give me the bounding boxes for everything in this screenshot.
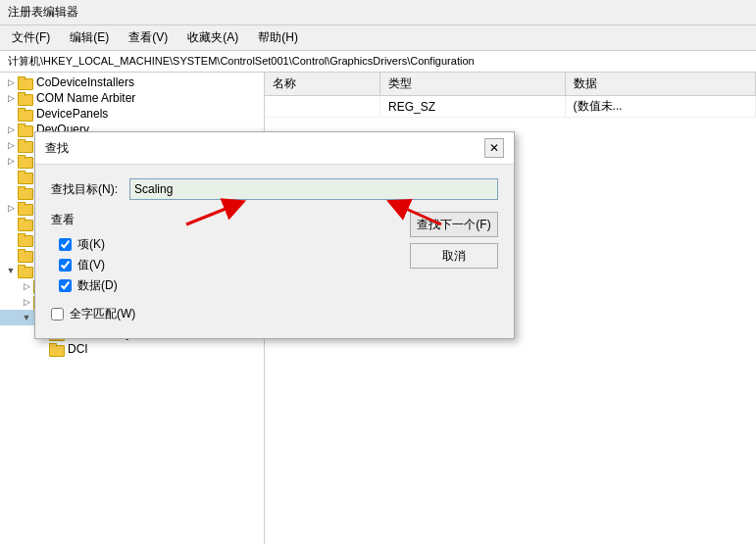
folder-icon: [18, 155, 33, 168]
tree-arrow-icon: ▼: [20, 313, 33, 322]
col-name: 名称: [265, 73, 379, 96]
tree-arrow-icon: ▷: [20, 281, 33, 291]
tree-arrow-icon: ▷: [4, 124, 18, 134]
folder-icon: [18, 186, 33, 199]
folder-icon: [18, 124, 33, 136]
find-next-button[interactable]: 查找下一个(F): [410, 212, 498, 237]
cell-type: REG_SZ: [379, 96, 565, 118]
tree-item-label: CoDeviceInstallers: [36, 75, 134, 89]
fullmatch-checkbox[interactable]: [51, 308, 64, 321]
folder-icon: [18, 108, 33, 121]
tree-arrow-icon: ▷: [4, 93, 18, 103]
find-dialog: 查找 ✕ 查找目标(N): 查看 项(K) 值(V): [34, 131, 515, 339]
dialog-body: 查找目标(N): 查看 项(K) 值(V) 数据(D): [35, 165, 514, 338]
app-title: 注册表编辑器: [8, 5, 78, 19]
address-path: 计算机\HKEY_LOCAL_MACHINE\SYSTEM\ControlSet…: [8, 54, 475, 69]
folder-icon: [18, 171, 33, 183]
find-label: 查找目标(N):: [51, 181, 129, 198]
menu-favorites[interactable]: 收藏夹(A): [183, 28, 242, 47]
folder-icon: [18, 92, 33, 105]
tree-arrow-icon: ▷: [4, 77, 18, 87]
tree-arrow-icon: ▷: [4, 140, 18, 150]
address-bar: 计算机\HKEY_LOCAL_MACHINE\SYSTEM\ControlSet…: [0, 51, 756, 73]
tree-arrow-icon: ▼: [4, 266, 18, 275]
folder-icon: [18, 233, 33, 246]
checkbox-item-label: 项(K): [77, 236, 105, 253]
menu-edit[interactable]: 编辑(E): [66, 28, 113, 47]
folder-icon: [18, 249, 33, 262]
tree-item[interactable]: DevicePanels: [0, 106, 264, 122]
checkbox-value-label: 值(V): [77, 257, 105, 273]
dialog-title-bar: 查找 ✕: [35, 132, 514, 165]
cancel-button[interactable]: 取消: [410, 243, 498, 269]
col-data: 数据: [565, 73, 755, 96]
dialog-buttons: 查找下一个(F) 取消: [410, 212, 498, 269]
folder-icon: [18, 218, 33, 230]
tree-item[interactable]: ▷COM Name Arbiter: [0, 90, 264, 106]
cell-data: (数值未...: [565, 96, 755, 118]
menu-file[interactable]: 文件(F): [8, 28, 54, 47]
menu-bar: 文件(F) 编辑(E) 查看(V) 收藏夹(A) 帮助(H): [0, 25, 756, 51]
tree-item-label: DevicePanels: [36, 107, 108, 121]
checkbox-value-input[interactable]: [59, 259, 72, 272]
dialog-title: 查找: [45, 140, 69, 157]
col-type: 类型: [379, 73, 565, 96]
folder-icon: [18, 202, 33, 215]
checkbox-data-input[interactable]: [59, 279, 72, 292]
fullmatch-label: 全字匹配(W): [70, 306, 135, 322]
folder-icon: [18, 139, 33, 152]
folder-icon: [49, 343, 65, 356]
menu-help[interactable]: 帮助(H): [254, 28, 302, 47]
checkbox-data-label: 数据(D): [77, 277, 118, 294]
tree-item-label: DCI: [68, 342, 88, 356]
tree-item[interactable]: ▷CoDeviceInstallers: [0, 74, 264, 90]
checkbox-data[interactable]: 数据(D): [59, 277, 498, 294]
find-input[interactable]: [129, 178, 498, 200]
tree-item-label: COM Name Arbiter: [36, 91, 135, 105]
main-content: ▷CoDeviceInstallers▷COM Name ArbiterDevi…: [0, 73, 756, 544]
tree-arrow-icon: ▷: [4, 203, 18, 213]
registry-table: 名称 类型 数据 REG_SZ (数值未...: [265, 73, 756, 118]
cell-name: [265, 96, 379, 118]
find-target-row: 查找目标(N):: [51, 178, 498, 200]
checkbox-item-input[interactable]: [59, 238, 72, 251]
folder-icon: [18, 265, 33, 277]
dialog-close-button[interactable]: ✕: [484, 138, 504, 158]
tree-arrow-icon: ▷: [4, 156, 18, 166]
folder-icon: [18, 76, 33, 89]
fullmatch-row[interactable]: 全字匹配(W): [51, 306, 498, 322]
table-row: REG_SZ (数值未...: [265, 96, 756, 118]
tree-arrow-icon: ▷: [20, 297, 33, 307]
tree-item[interactable]: DCI: [0, 341, 264, 357]
menu-view[interactable]: 查看(V): [125, 28, 172, 47]
title-bar: 注册表编辑器: [0, 0, 756, 25]
